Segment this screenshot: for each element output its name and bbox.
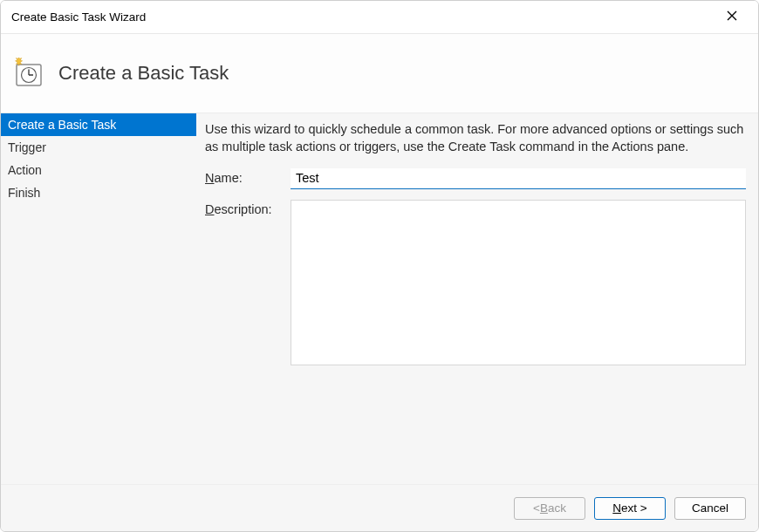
next-button[interactable]: Next > xyxy=(594,497,666,520)
name-input[interactable] xyxy=(291,168,746,189)
step-sidebar: Create a Basic Task Trigger Action Finis… xyxy=(1,113,196,484)
cancel-button[interactable]: Cancel xyxy=(674,497,746,520)
wizard-body: Create a Basic Task Trigger Action Finis… xyxy=(1,113,758,484)
description-input[interactable] xyxy=(291,200,746,365)
close-icon xyxy=(727,10,737,24)
name-label: Name: xyxy=(205,168,291,185)
window-title: Create Basic Task Wizard xyxy=(11,10,146,24)
description-label: Description: xyxy=(205,200,291,216)
content-pane: Use this wizard to quickly schedule a co… xyxy=(196,113,758,484)
step-action[interactable]: Action xyxy=(1,159,196,181)
step-trigger[interactable]: Trigger xyxy=(1,136,196,159)
description-row: Description: xyxy=(205,200,746,365)
step-finish[interactable]: Finish xyxy=(1,181,196,204)
titlebar: Create Basic Task Wizard xyxy=(1,1,758,34)
page-title: Create a Basic Task xyxy=(58,62,229,85)
step-create-basic-task[interactable]: Create a Basic Task xyxy=(1,113,196,136)
name-row: Name: xyxy=(205,168,746,189)
button-bar: < Back Next > Cancel xyxy=(1,484,758,531)
task-scheduler-icon xyxy=(13,58,44,89)
wizard-header: Create a Basic Task xyxy=(1,34,758,113)
close-button[interactable] xyxy=(715,4,749,31)
back-button: < Back xyxy=(514,497,585,520)
intro-text: Use this wizard to quickly schedule a co… xyxy=(205,120,746,156)
